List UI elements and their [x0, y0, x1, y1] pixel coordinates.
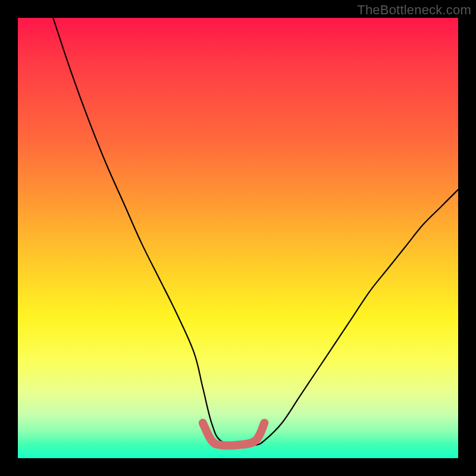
watermark-text: TheBottleneck.com: [357, 2, 471, 18]
plot-area: [18, 18, 458, 458]
bottleneck-curve: [53, 18, 458, 446]
chart-container: TheBottleneck.com: [0, 0, 476, 476]
curve-svg: [18, 18, 458, 458]
